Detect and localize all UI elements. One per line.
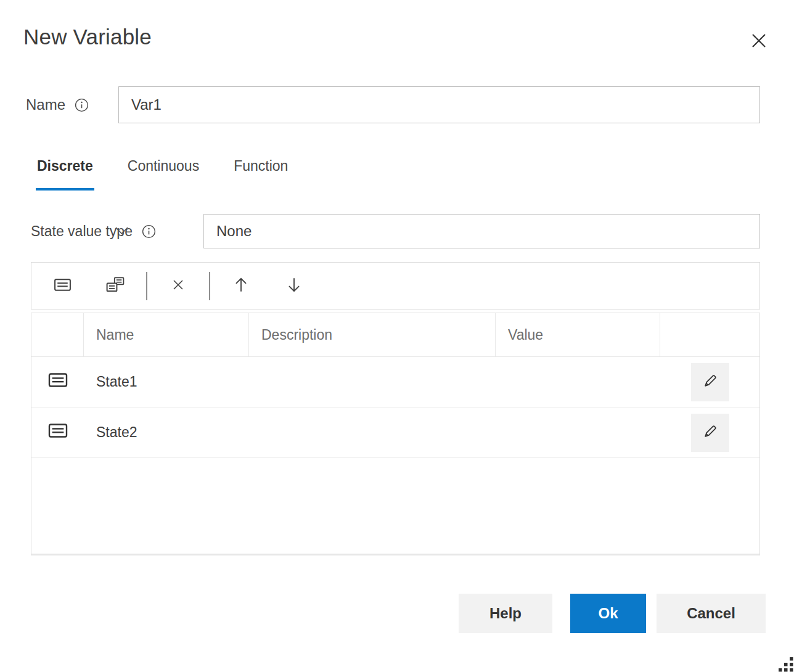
close-icon <box>749 31 769 52</box>
tab-continuous[interactable]: Continuous <box>126 158 200 191</box>
tab-bar: Discrete Continuous Function <box>36 158 289 191</box>
toolbar-separator <box>146 272 147 300</box>
name-label: Name <box>26 96 65 113</box>
toolbar-separator <box>209 272 210 300</box>
add-state-icon <box>54 277 72 295</box>
tab-discrete[interactable]: Discrete <box>36 158 94 191</box>
name-field-row: Name <box>26 86 89 123</box>
table-header-row: Name Description Value <box>31 313 759 357</box>
state-name-cell[interactable]: State1 <box>84 357 249 407</box>
cancel-button[interactable]: Cancel <box>657 594 766 633</box>
header-cell-description: Description <box>249 313 496 357</box>
row-icon-cell <box>31 408 84 457</box>
table-row-state1[interactable]: State1 <box>31 357 759 408</box>
move-up-icon <box>233 276 249 295</box>
delete-icon <box>171 277 186 294</box>
state-value-cell[interactable] <box>496 408 660 457</box>
row-icon-cell <box>31 357 84 407</box>
name-info-icon[interactable] <box>75 98 89 112</box>
edit-state-button[interactable] <box>691 414 729 452</box>
help-button[interactable]: Help <box>459 594 552 633</box>
states-toolbar <box>31 262 760 309</box>
header-cell-name: Name <box>84 313 249 357</box>
pencil-icon <box>702 372 719 391</box>
delete-state-button[interactable] <box>161 270 195 302</box>
pencil-icon <box>702 423 719 442</box>
tab-function[interactable]: Function <box>232 158 289 191</box>
move-down-icon <box>286 276 302 295</box>
state-value-type-info-icon[interactable] <box>142 224 156 239</box>
state-name-cell[interactable]: State2 <box>84 408 249 457</box>
state-card-icon <box>48 372 68 392</box>
state-value-type-row: State value type <box>31 214 156 248</box>
states-table: Name Description Value State1 State2 <box>31 313 760 555</box>
move-up-button[interactable] <box>224 270 258 302</box>
close-button[interactable] <box>748 31 769 52</box>
header-cell-blank <box>31 313 84 357</box>
variable-name-input[interactable] <box>118 86 760 123</box>
state-description-cell[interactable] <box>249 408 496 457</box>
table-row-state2[interactable]: State2 <box>31 408 759 458</box>
state-card-icon <box>48 422 68 443</box>
chevron-down-icon <box>113 225 130 240</box>
header-cell-value: Value <box>496 313 660 357</box>
state-value-cell[interactable] <box>496 357 660 407</box>
duplicate-state-button[interactable] <box>98 270 133 302</box>
row-actions-cell <box>660 357 759 407</box>
state-description-cell[interactable] <box>249 357 496 407</box>
ok-button[interactable]: Ok <box>570 594 646 633</box>
state-value-type-selected: None <box>216 223 252 240</box>
move-down-button[interactable] <box>277 270 311 302</box>
dialog-footer: Help Ok Cancel <box>459 594 766 633</box>
row-actions-cell <box>660 408 759 457</box>
page-title: New Variable <box>23 25 152 49</box>
add-state-button[interactable] <box>45 270 80 302</box>
header-cell-actions <box>660 313 759 357</box>
edit-state-button[interactable] <box>691 363 729 401</box>
duplicate-state-icon <box>105 276 125 295</box>
resize-grip[interactable] <box>779 657 793 672</box>
state-value-type-select[interactable]: None <box>203 214 760 248</box>
